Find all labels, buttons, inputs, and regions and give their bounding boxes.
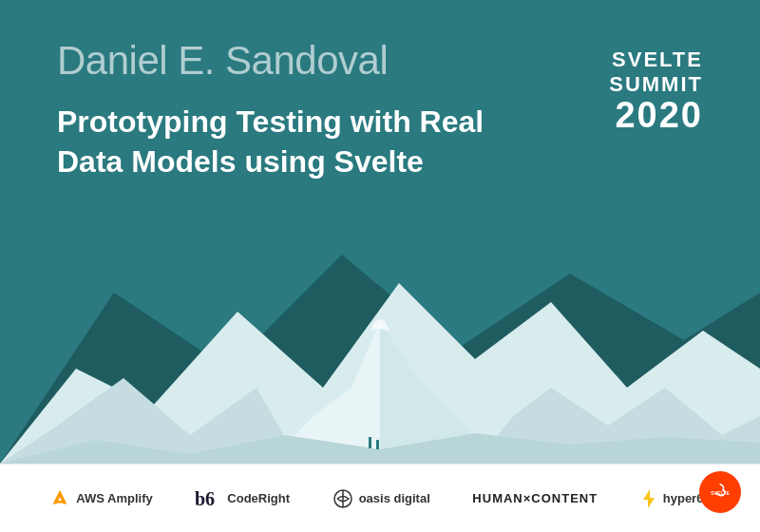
oasis-icon [332,488,353,509]
mountain-svg [0,198,760,464]
summit-brand: SVELTE SUMMIT 2020 [609,48,703,133]
sponsor-aws-label: AWS Amplify [76,491,152,505]
talk-title: Prototyping Testing with Real Data Model… [57,103,551,181]
svelte-summit-badge: SVELTE [699,471,741,513]
sponsor-oasis-label: oasis digital [359,491,430,505]
sponsor-aws-amplify: AWS Amplify [49,488,152,509]
coderight-icon: b6 [195,488,221,509]
footer-bar: AWS Amplify b6 CodeRight oasis digital H… [0,464,760,532]
presenter-name: Daniel E. Sandoval [57,38,551,84]
sponsor-coderight-label: CodeRight [227,491,290,505]
aws-amplify-icon [49,488,70,509]
main-area: Daniel E. Sandoval Prototyping Testing w… [0,0,760,464]
brand-line1: SVELTE [609,48,703,72]
sponsor-human-content: HUMAN×CONTENT [472,491,598,505]
slide-container: Daniel E. Sandoval Prototyping Testing w… [0,0,760,532]
svg-rect-7 [369,437,371,448]
svg-rect-8 [376,440,379,449]
bolt-icon [640,489,657,508]
svg-text:b6: b6 [195,488,215,509]
sponsor-human-label: HUMAN×CONTENT [472,491,598,505]
text-content: Daniel E. Sandoval Prototyping Testing w… [57,38,551,181]
svg-marker-15 [643,489,655,508]
mountain-scene [0,198,760,464]
sponsor-coderight: b6 CodeRight [195,488,290,509]
svg-rect-11 [56,500,65,503]
brand-line3: 2020 [609,97,703,133]
sponsor-oasis-digital: oasis digital [332,488,430,509]
brand-line2: SUMMIT [609,72,703,97]
